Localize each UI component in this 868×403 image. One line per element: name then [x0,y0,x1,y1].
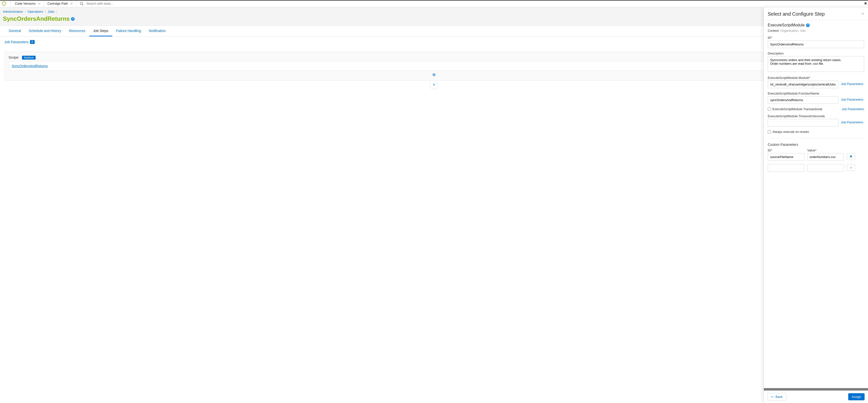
search-wrap [76,2,867,6]
menu-label: Cartridge Path [48,2,68,5]
step-type-label: ExecuteScriptModule [768,23,805,27]
function-name-label: ExecuteScriptModule.FunctionName [768,92,864,93]
crumb-sep: / [45,10,46,13]
close-icon[interactable]: ✖ [864,1,867,5]
add-step-inline[interactable] [8,73,860,77]
crumb-operations[interactable]: Operations [28,10,43,13]
tab-general[interactable]: General [5,26,25,36]
menu-code-versions[interactable]: Code Versions [11,0,44,7]
context-row: Context: Organization, Site [768,29,864,32]
tab-job-steps[interactable]: Job Steps [89,26,112,36]
scope-label: Scope: [8,55,19,59]
description-label: Description [768,52,864,55]
required-indicator: * [809,76,810,80]
crumb-admin[interactable]: Administration [3,10,23,13]
context-value: Organization, Site [780,29,806,32]
id-label-text: ID [768,36,771,39]
tab-schedule-and-history[interactable]: Schedule and History [25,26,65,36]
job-params-count-badge: 0 [30,40,35,44]
crumb-sep: / [56,10,57,13]
help-icon[interactable]: ? [806,24,810,27]
add-flow-button[interactable]: + [430,81,438,89]
tab-bar: General Schedule and History Resources J… [0,26,868,37]
scope-tag[interactable]: RefArch [22,56,36,60]
id-label: ID* [768,36,864,39]
plus-icon: + [433,82,435,87]
help-icon[interactable]: ? [71,17,75,21]
page-title: SyncOrdersAndReturns ? [3,13,865,26]
id-input[interactable] [768,40,864,48]
step-link[interactable]: SyncOrdersAndReturns [12,64,48,68]
description-textarea[interactable]: Syncronizes orders and their existing re… [768,56,864,72]
page-subheader: Administration / Operations / Jobs / Syn… [0,7,868,26]
page-title-text: SyncOrdersAndReturns [3,16,69,22]
main-content: Job Parameters 0 Scope: RefArch SyncOrde… [0,37,868,93]
job-parameters-link[interactable]: Job Parameters [841,82,863,86]
scope-box: Scope: RefArch SyncOrdersAndReturns [4,52,864,81]
search-icon [80,2,84,6]
module-label: ExecuteScriptModule.Module* [768,76,864,80]
panel-title: Select and Configure Step [768,11,825,17]
svg-line-1 [83,4,84,5]
top-dark-strip [0,0,868,1]
step-row[interactable]: SyncOrdersAndReturns [8,61,860,70]
module-label-text: ExecuteScriptModule.Module [768,76,809,80]
step-type-title: ExecuteScriptModule ? [768,23,864,27]
chevron-down-icon [70,2,73,5]
close-icon[interactable]: × [861,11,864,17]
panel-header: Select and Configure Step × [764,7,868,20]
menu-cartridge-path[interactable]: Cartridge Path [44,0,76,7]
top-toolbar: Code Versions Cartridge Path ✖ [0,0,868,7]
search-input[interactable] [86,2,159,5]
panel-body: ExecuteScriptModule ? Context: Organizat… [764,20,868,93]
tab-resources[interactable]: Resources [65,26,89,36]
context-label: Context: [768,29,779,32]
menu-label: Code Versions [15,2,36,5]
tab-notification[interactable]: Notification [145,26,169,36]
crumb-sep: / [25,10,26,13]
breadcrumb: Administration / Operations / Jobs / [3,10,865,13]
job-params-label: Job Parameters [4,40,29,44]
configure-step-panel: Select and Configure Step × ExecuteScrip… [764,7,868,93]
required-indicator: * [771,36,772,39]
svg-point-0 [80,2,83,5]
module-row: Job Parameters [768,80,864,88]
tab-failure-handling[interactable]: Failure Handling [112,26,145,36]
module-input[interactable] [768,81,838,88]
divider [10,1,10,6]
shield-icon[interactable] [1,1,6,6]
plus-circle-icon [433,73,435,76]
crumb-jobs[interactable]: Jobs [48,10,54,13]
chevron-down-icon [38,2,40,5]
job-parameters-link[interactable]: Job Parameters 0 [4,40,35,44]
